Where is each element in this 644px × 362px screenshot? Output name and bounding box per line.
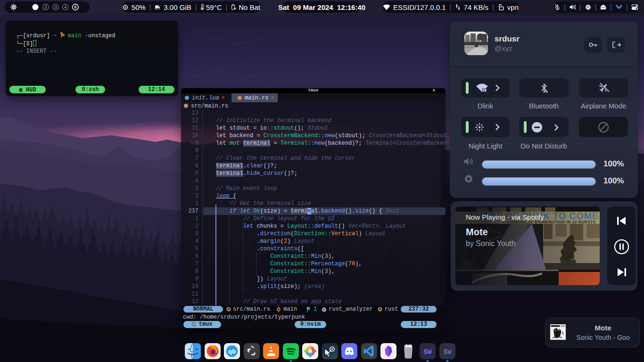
svg-text:5: 5 — [74, 5, 76, 9]
svg-text:$W: $W — [444, 348, 452, 356]
svg-text:3: 3 — [54, 5, 57, 9]
svg-text:4: 4 — [64, 5, 66, 9]
svg-text:$W: $W — [424, 348, 432, 356]
svg-text:2: 2 — [44, 5, 47, 9]
svg-text:qb: qb — [228, 348, 236, 355]
